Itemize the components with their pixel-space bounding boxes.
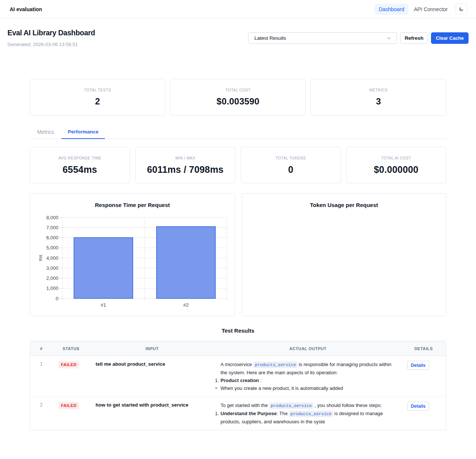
svg-text:#1: #1 [101, 302, 106, 308]
svg-text:2,000: 2,000 [46, 275, 58, 281]
svg-text:ms: ms [38, 255, 43, 261]
svg-text:3,000: 3,000 [46, 265, 58, 271]
svg-text:0: 0 [56, 296, 58, 301]
svg-text:#2: #2 [183, 302, 189, 308]
svg-text:8,000: 8,000 [46, 215, 58, 220]
svg-text:5,000: 5,000 [46, 245, 58, 250]
svg-text:7,000: 7,000 [46, 225, 58, 230]
svg-text:4,000: 4,000 [46, 255, 58, 261]
svg-text:1,000: 1,000 [46, 285, 58, 291]
svg-text:6,000: 6,000 [46, 235, 58, 240]
